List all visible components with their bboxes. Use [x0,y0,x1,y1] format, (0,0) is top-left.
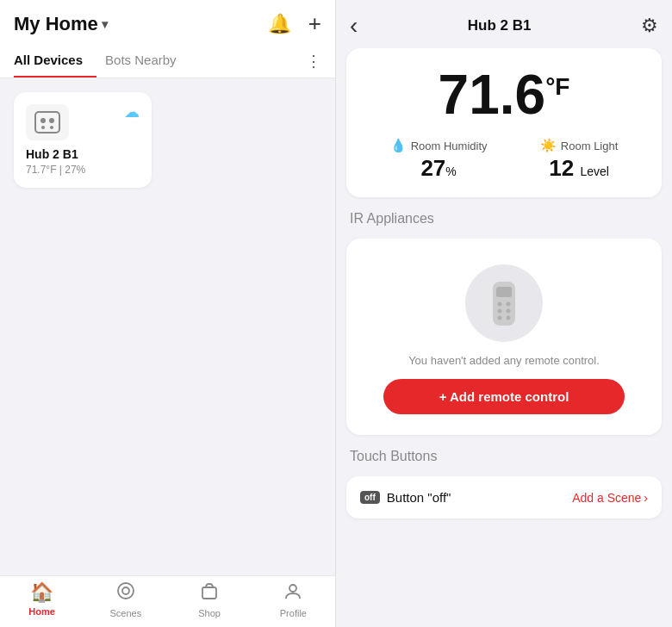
more-options-icon[interactable]: ⋮ [306,52,321,71]
light-unit: Level [580,165,608,178]
device-card-hub2b1[interactable]: ☁ Hub 2 B1 71.7°F | 27% [14,92,152,188]
device-icon-box [26,104,69,140]
light-icon: ☀️ [540,138,557,153]
tab-all-devices[interactable]: All Devices [14,44,96,78]
right-header: ‹ Hub 2 B1 ⚙ [336,0,672,48]
svg-point-3 [41,126,45,129]
temperature-unit: °F [545,73,569,100]
nav-profile[interactable]: Profile [252,581,335,618]
humidity-label-text: Room Humidity [411,140,488,152]
home-chevron-icon: ▾ [102,17,108,31]
right-content: 71.6°F 💧 Room Humidity 27% ☀️ Room Light [336,48,672,627]
bottom-nav: 🏠 Home Scenes Shop Profile [0,575,335,627]
humidity-label-row: 💧 Room Humidity [390,138,488,153]
back-icon[interactable]: ‹ [350,12,358,40]
scenes-nav-label: Scenes [110,608,142,618]
humidity-number: 27 [420,155,445,181]
humidity-unit: % [445,165,456,178]
shop-nav-icon [200,581,219,605]
temperature-card: 71.6°F 💧 Room Humidity 27% ☀️ Room Light [346,48,662,197]
profile-nav-icon [283,581,302,605]
touch-buttons-section: Touch Buttons off Button "off" Add a Sce… [346,449,662,518]
home-nav-label: Home [28,606,55,617]
profile-nav-label: Profile [280,608,307,618]
ir-empty-state: You haven't added any remote control. + … [346,239,662,435]
shop-nav-label: Shop [198,608,221,618]
right-panel: ‹ Hub 2 B1 ⚙ 71.6°F 💧 Room Humidity 27% [336,0,672,627]
svg-rect-7 [202,587,216,599]
left-panel: My Home ▾ 🔔 + All Devices Bots Nearby ⋮ … [0,0,336,627]
light-value: 12 Level [549,155,609,182]
svg-rect-10 [496,287,512,297]
light-metric: ☀️ Room Light 12 Level [540,138,618,182]
touch-button-row[interactable]: off Button "off" Add a Scene › [346,476,662,518]
svg-point-12 [507,301,511,306]
temperature-display: 71.6°F [364,67,644,122]
light-label-row: ☀️ Room Light [540,138,618,153]
off-badge: off [360,491,380,504]
svg-point-16 [507,315,511,320]
humidity-icon: 💧 [390,138,407,153]
svg-point-8 [289,585,296,592]
svg-point-1 [40,118,46,123]
ir-empty-text: You haven't added any remote control. [408,354,600,367]
remote-icon-circle [465,264,543,342]
humidity-metric: 💧 Room Humidity 27% [390,138,488,182]
temperature-value: 71.6 [439,64,546,126]
tabs-container: All Devices Bots Nearby [14,44,199,78]
home-nav-icon: 🏠 [30,581,53,604]
cloud-connected-icon: ☁ [124,102,140,121]
svg-point-15 [498,315,502,320]
add-remote-control-button[interactable]: + Add remote control [383,379,625,414]
add-icon[interactable]: + [308,10,321,37]
temp-metrics-row: 💧 Room Humidity 27% ☀️ Room Light 12 Lev… [364,138,644,182]
svg-point-13 [498,308,502,313]
svg-point-11 [498,301,502,306]
tab-bar: All Devices Bots Nearby ⋮ [0,44,335,78]
hub-device-icon [34,110,61,134]
light-label-text: Room Light [561,140,618,152]
remote-control-icon [488,280,520,327]
svg-point-2 [49,118,54,123]
left-header: My Home ▾ 🔔 + [0,0,335,44]
nav-home[interactable]: 🏠 Home [0,581,84,618]
add-scene-link[interactable]: Add a Scene › [572,491,648,505]
humidity-value: 27% [420,155,456,182]
header-icons-group: 🔔 + [268,10,321,37]
nav-shop[interactable]: Shop [168,581,252,618]
device-stats: 71.7°F | 27% [26,164,140,176]
tab-bots-nearby[interactable]: Bots Nearby [105,44,190,78]
settings-gear-icon[interactable]: ⚙ [641,15,658,37]
add-scene-label: Add a Scene [572,491,641,505]
svg-point-4 [50,126,53,129]
ir-section: IR Appliances You haven't added any remo… [346,211,662,435]
light-number: 12 [549,155,574,181]
svg-point-6 [122,587,129,594]
scenes-nav-icon [116,581,135,605]
svg-point-14 [507,308,511,313]
right-panel-title: Hub 2 B1 [468,17,532,34]
touch-buttons-label: Touch Buttons [346,449,662,464]
bell-icon[interactable]: 🔔 [268,13,291,35]
ir-section-label: IR Appliances [346,211,662,227]
chevron-right-icon: › [644,491,648,505]
home-title-text: My Home [14,13,98,35]
button-off-name: Button "off" [387,490,451,505]
svg-rect-0 [35,112,59,133]
home-title-group[interactable]: My Home ▾ [14,13,108,35]
device-name: Hub 2 B1 [26,147,140,161]
button-off-group: off Button "off" [360,490,451,505]
nav-scenes[interactable]: Scenes [84,581,167,618]
svg-point-5 [118,583,134,599]
device-grid: ☁ Hub 2 B1 71.7°F | 27% [0,78,335,575]
